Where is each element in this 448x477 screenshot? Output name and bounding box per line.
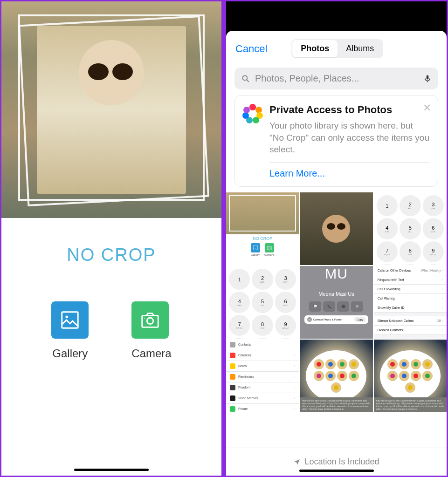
hero-person-placeholder: [37, 26, 186, 194]
svg-point-1: [66, 315, 69, 318]
info-card-title: Private Access to Photos: [269, 104, 429, 116]
home-indicator[interactable]: [299, 470, 374, 472]
sheet-header: Cancel Photos Albums: [226, 31, 447, 65]
camera-icon: [131, 301, 169, 339]
camera-label: Camera: [131, 347, 171, 360]
photo-thumb[interactable]: [300, 192, 372, 265]
dictate-icon[interactable]: [423, 74, 432, 84]
location-label: Location Is Included: [304, 457, 379, 467]
seg-albums[interactable]: Albums: [338, 40, 382, 57]
hero-photo: [1, 1, 221, 218]
search-icon: [241, 74, 250, 83]
segmented-control: Photos Albums: [291, 39, 383, 58]
seg-photos[interactable]: Photos: [292, 40, 338, 57]
photo-grid: NO CROP Gallery Camera 1: [226, 192, 447, 448]
phone-right: Cancel Photos Albums Photos, People, Pla…: [225, 0, 448, 477]
action-row: Gallery Camera: [1, 301, 221, 360]
svg-point-4: [145, 318, 145, 319]
photo-thumb[interactable]: MU Meena Masi Us 💬 📞 🎥 ✉︎ MUContact Phot…: [300, 266, 372, 339]
search-placeholder: Photos, People, Places...: [255, 73, 419, 84]
home-indicator[interactable]: [74, 469, 149, 471]
photo-thumb[interactable]: may still be able to see Gurusimsimran's…: [300, 340, 372, 412]
phone-left: NO CROP Gallery Camera: [0, 0, 223, 477]
gallery-label: Gallery: [51, 347, 89, 360]
photo-thumb[interactable]: Calls on Other DevicesWhen Nearby ›Respo…: [374, 266, 447, 339]
svg-point-3: [147, 318, 153, 324]
info-card-body: Your photo library is shown here, but "N…: [269, 120, 429, 163]
photos-app-icon: [242, 104, 263, 124]
photo-thumb[interactable]: 12ABC3DEF4GHI5JKL6MNO7PQRS8TUV9WXYZ*0+#: [374, 192, 447, 265]
svg-rect-6: [427, 75, 429, 79]
svg-point-5: [242, 75, 247, 80]
photo-picker-sheet: Cancel Photos Albums Photos, People, Pla…: [226, 31, 447, 476]
search-bar[interactable]: Photos, People, Places...: [234, 68, 438, 89]
photo-thumb[interactable]: NO CROP Gallery Camera: [226, 192, 299, 265]
camera-button[interactable]: Camera: [131, 301, 171, 360]
gallery-icon: [51, 301, 89, 339]
cancel-button[interactable]: Cancel: [235, 43, 267, 55]
learn-more-link[interactable]: Learn More...: [269, 168, 325, 179]
app-title: NO CROP: [1, 245, 221, 265]
location-icon: [293, 458, 301, 466]
close-icon[interactable]: ✕: [423, 102, 431, 114]
photo-thumb[interactable]: 12ABC3DEF4GHI5JKL6MNO7PQRS8TUV9WXYZ*0+#: [226, 266, 299, 339]
svg-rect-7: [254, 246, 258, 250]
photo-thumb[interactable]: Contacts›Calendar›Notes›Reminders›Freefo…: [226, 340, 299, 412]
gallery-button[interactable]: Gallery: [51, 301, 89, 360]
photo-thumb[interactable]: may still be able to see Gurusimsimran's…: [374, 340, 447, 412]
svg-point-9: [269, 247, 270, 249]
svg-rect-0: [62, 312, 78, 328]
private-access-card: Private Access to Photos Your photo libr…: [234, 95, 438, 187]
